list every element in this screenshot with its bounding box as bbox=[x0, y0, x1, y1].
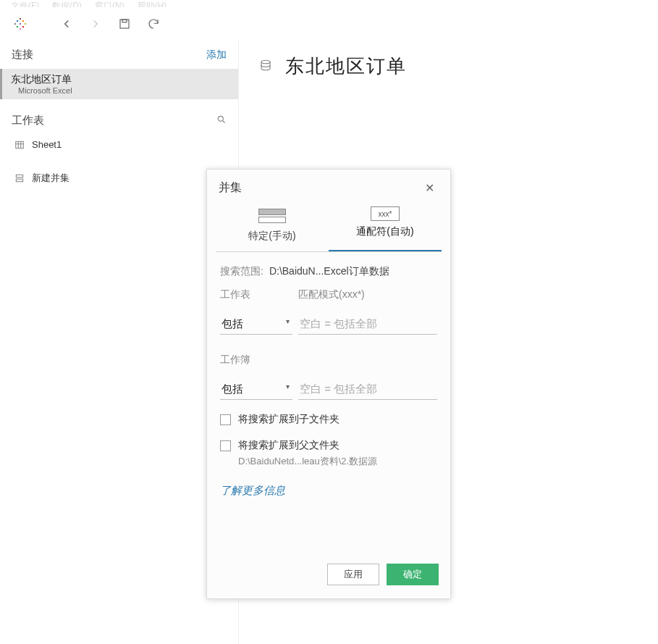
toolbar bbox=[0, 7, 658, 41]
refresh-button[interactable] bbox=[140, 11, 166, 37]
connection-title: 东北地区订单 bbox=[11, 73, 228, 86]
sidebar: 连接 添加 东北地区订单 Microsoft Excel 工作表 Sheet1 … bbox=[0, 41, 239, 644]
pattern-field-label: 匹配模式(xxx*) bbox=[298, 288, 437, 301]
sheet-item[interactable]: Sheet1 bbox=[0, 135, 238, 154]
svg-point-2 bbox=[218, 116, 223, 121]
union-tabs: 特定(手动) xxx* 通配符(自动) bbox=[216, 202, 442, 252]
worksheet-pattern-input[interactable] bbox=[298, 313, 437, 335]
expand-parent-label: 将搜索扩展到父文件夹 bbox=[238, 439, 339, 452]
expand-parent-path: D:\BaiduNetd...leau资料\2.数据源 bbox=[238, 455, 437, 468]
expand-subfolders-label: 将搜索扩展到子文件夹 bbox=[238, 413, 339, 426]
union-icon bbox=[14, 173, 25, 183]
workbook-include-select[interactable]: 包括 bbox=[220, 378, 292, 400]
sheet-label: Sheet1 bbox=[32, 139, 62, 150]
union-dialog: 并集 ✕ 特定(手动) xxx* 通配符(自动) 搜索范围: D:\BaiduN… bbox=[206, 169, 451, 599]
tab-manual[interactable]: 特定(手动) bbox=[216, 202, 329, 251]
workbook-pattern-input[interactable] bbox=[298, 378, 437, 400]
worksheet-include-select[interactable]: 包括 bbox=[220, 313, 292, 335]
forward-button[interactable] bbox=[83, 11, 109, 37]
menu-bar[interactable]: 文件(F) 数据(D) 窗口(N) 帮助(H) bbox=[0, 0, 658, 7]
svg-rect-1 bbox=[122, 20, 127, 22]
connections-header: 连接 bbox=[12, 48, 33, 62]
expand-parent-checkbox[interactable] bbox=[220, 440, 231, 451]
wildcard-tab-icon: xxx* bbox=[371, 206, 400, 221]
worksheets-header: 工作表 bbox=[12, 114, 44, 127]
search-icon[interactable] bbox=[216, 114, 227, 127]
new-union-item[interactable]: 新建并集 bbox=[0, 167, 238, 189]
search-scope-value: D:\BaiduN...Excel订单数据 bbox=[269, 265, 389, 278]
tab-wildcard-label: 通配符(自动) bbox=[356, 225, 413, 238]
sheet-icon bbox=[14, 140, 25, 150]
connection-subtitle: Microsoft Excel bbox=[18, 86, 228, 95]
save-button[interactable] bbox=[111, 11, 138, 37]
datasource-icon bbox=[259, 59, 272, 74]
close-icon[interactable]: ✕ bbox=[421, 180, 439, 196]
svg-rect-5 bbox=[16, 179, 22, 182]
tableau-logo-icon[interactable] bbox=[7, 11, 33, 37]
datasource-title[interactable]: 东北地区订单 bbox=[285, 54, 407, 79]
dialog-title: 并集 bbox=[219, 180, 242, 196]
svg-rect-3 bbox=[16, 141, 24, 148]
svg-rect-0 bbox=[120, 20, 129, 28]
new-union-label: 新建并集 bbox=[32, 172, 69, 185]
manual-tab-icon bbox=[257, 206, 287, 225]
svg-point-6 bbox=[261, 60, 270, 64]
add-connection-link[interactable]: 添加 bbox=[206, 49, 227, 62]
apply-button[interactable]: 应用 bbox=[327, 564, 379, 585]
back-button[interactable] bbox=[54, 11, 80, 37]
search-scope-label: 搜索范围: bbox=[220, 265, 263, 278]
tab-wildcard[interactable]: xxx* 通配符(自动) bbox=[329, 202, 442, 251]
connection-item[interactable]: 东北地区订单 Microsoft Excel bbox=[0, 69, 238, 99]
workbook-field-label: 工作簿 bbox=[220, 354, 292, 367]
ok-button[interactable]: 确定 bbox=[387, 564, 439, 585]
worksheet-field-label: 工作表 bbox=[220, 288, 292, 301]
tab-manual-label: 特定(手动) bbox=[248, 230, 295, 243]
learn-more-link[interactable]: 了解更多信息 bbox=[220, 484, 285, 498]
svg-rect-4 bbox=[16, 175, 22, 177]
expand-subfolders-checkbox[interactable] bbox=[220, 414, 231, 425]
